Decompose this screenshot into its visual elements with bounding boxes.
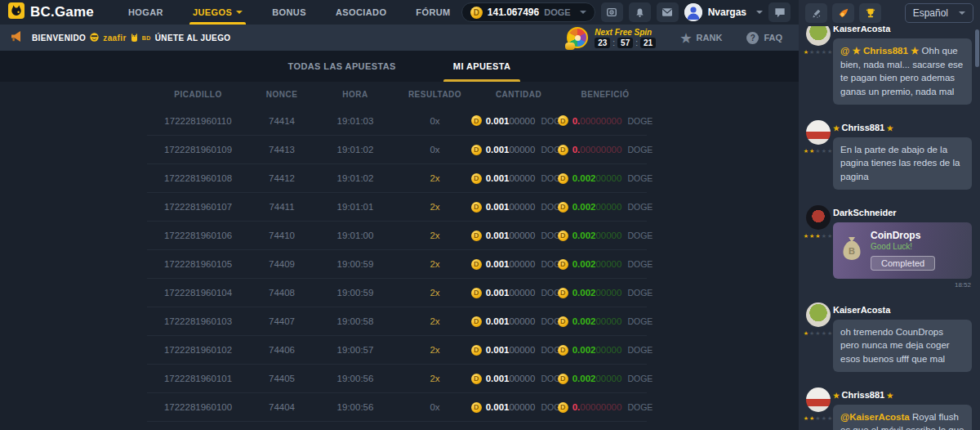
- chat-username[interactable]: KaiserAcosta: [833, 305, 972, 315]
- table-row[interactable]: 17222819601097441319:01:020xD0.00100000D…: [147, 135, 647, 163]
- bet-hash: 1722281960107: [147, 202, 249, 212]
- table-row[interactable]: 17222819601057440919:00:592xD0.00100000D…: [147, 249, 647, 278]
- table-row[interactable]: 17222819601047440819:00:592xD0.00100000D…: [147, 278, 647, 307]
- chat-username[interactable]: ★ Chriss881 ★: [833, 390, 972, 400]
- amount-value: 0.00200000: [572, 173, 622, 183]
- star-icon: ★: [815, 233, 821, 239]
- free-spin-widget[interactable]: Next Free Spin 23:57:21: [567, 27, 656, 48]
- language-selector[interactable]: Español: [905, 3, 973, 23]
- nav-item-bonus[interactable]: BONUS: [272, 0, 306, 25]
- chat-header: Español: [799, 0, 980, 26]
- bet-nonce: 74408: [249, 288, 314, 298]
- user-level-stars: ★★★★★: [804, 233, 833, 239]
- star-icon: ★: [804, 415, 809, 421]
- messages-button[interactable]: [657, 2, 679, 22]
- coindrops-card[interactable]: BCoinDropsGood Luck!Completed: [833, 222, 972, 279]
- trophy-button[interactable]: [859, 3, 881, 23]
- tab-mi-apuesta[interactable]: MI APUESTA: [443, 51, 521, 82]
- star-icon: ★: [822, 330, 827, 336]
- nav-item-asociado[interactable]: ASOCIADO: [336, 0, 386, 25]
- fireball-button[interactable]: [832, 3, 854, 23]
- chat-messages: ★★★★★KaiserAcosta@ ★ Chriss881 ★ Ohh que…: [799, 26, 980, 430]
- logo[interactable]: BC.Game: [8, 2, 94, 22]
- timer-digit: 57: [617, 38, 633, 48]
- doge-coin-icon: D: [558, 316, 568, 327]
- bet-profit: D0.00000000DOGE: [564, 145, 647, 155]
- main-content: TODAS LAS APUESTASMI APUESTA PICADILLONO…: [0, 51, 799, 430]
- chat-toggle-button[interactable]: [768, 2, 791, 22]
- avatar[interactable]: [806, 302, 831, 327]
- coindrops-subtitle: Good Luck!: [871, 242, 964, 251]
- table-row[interactable]: 17222819601027440619:00:572xD0.00100000D…: [147, 335, 647, 364]
- bet-profit: D0.00200000DOGE: [564, 374, 647, 384]
- table-row[interactable]: 17222819601087441219:01:022xD0.00100000D…: [147, 163, 647, 192]
- table-row[interactable]: 17222819601077441119:01:012xD0.00100000D…: [147, 192, 647, 221]
- currency-label: DOGE: [627, 288, 653, 298]
- chat-bubble: @ ★ Chriss881 ★ Ohh que bien, nada mal..…: [833, 38, 972, 105]
- star-icon: ★: [884, 392, 893, 400]
- bet-amount: D0.00100000DOGE: [474, 259, 564, 270]
- notifications-button[interactable]: [629, 2, 651, 22]
- amount-value: 0.00100000: [486, 145, 536, 155]
- amount-value: 0.00100000: [486, 173, 536, 183]
- nav-item-hogar[interactable]: HOGAR: [128, 0, 163, 25]
- bet-hash: 1722281960110: [147, 116, 249, 126]
- bet-hash: 1722281960103: [147, 316, 249, 326]
- username[interactable]: Nvargas: [708, 7, 746, 18]
- avatar[interactable]: [806, 120, 831, 145]
- bet-result: 2x: [396, 316, 474, 326]
- doge-coin-icon: D: [471, 202, 482, 213]
- chat-scrollbar[interactable]: [975, 29, 979, 67]
- chat-username[interactable]: KaiserAcosta: [833, 26, 972, 34]
- currency-label: DOGE: [627, 202, 653, 212]
- bet-hash: 1722281960109: [147, 145, 249, 155]
- avatar[interactable]: [806, 205, 831, 230]
- doge-coin-icon: D: [558, 288, 568, 298]
- user-avatar[interactable]: [684, 3, 702, 21]
- bet-time: 19:00:59: [314, 259, 396, 269]
- avatar[interactable]: [806, 26, 831, 46]
- page: BC.Game HOGARJUEGOSBONUSASOCIADOFÓRUM D …: [0, 0, 980, 430]
- mention-link[interactable]: @KaiserAcosta: [840, 412, 910, 422]
- chat-username[interactable]: ★ Chriss881 ★: [833, 123, 972, 132]
- free-spin-timer: 23:57:21: [595, 38, 656, 48]
- nav-item-fórum[interactable]: FÓRUM: [416, 0, 450, 25]
- amount-value: 0.00200000: [572, 288, 622, 298]
- banner-right: Next Free Spin 23:57:21 ★ RANK ? FAQ: [567, 27, 782, 48]
- coindrops-status-button[interactable]: Completed: [871, 256, 935, 271]
- brush-button[interactable]: [805, 3, 827, 23]
- currency-label: DOGE: [627, 259, 653, 269]
- column-header: RESULTADO: [396, 90, 474, 99]
- user-level-stars: ★★★★★: [804, 49, 833, 55]
- balance-selector[interactable]: D 141.067496 DOGE: [461, 2, 595, 22]
- nav-item-juegos[interactable]: JUEGOS: [193, 0, 243, 25]
- faq-button[interactable]: ? FAQ: [746, 32, 782, 44]
- table-row[interactable]: 17222819601067441019:01:002xD0.00100000D…: [147, 221, 647, 249]
- star-icon: ★: [822, 415, 827, 421]
- amount-value: 0.00200000: [572, 316, 622, 326]
- user-avatar-image: [684, 3, 702, 21]
- welcome-message: BIENVENIDO zaafir BD ÚNETE AL JUEGO: [32, 33, 231, 43]
- bet-nonce: 74413: [249, 145, 314, 155]
- rank-button[interactable]: ★ RANK: [680, 32, 722, 44]
- table-row[interactable]: 17222819601017440519:00:562xD0.00100000D…: [147, 364, 647, 392]
- table-row[interactable]: 17222819601107441419:01:030xD0.00100000D…: [147, 106, 647, 135]
- vault-button[interactable]: [601, 2, 623, 22]
- bet-nonce: 74406: [249, 345, 314, 355]
- chat-message: ★★★★★KaiserAcostaoh tremendo CounDrops p…: [804, 302, 972, 377]
- tab-todas-las-apuestas[interactable]: TODAS LAS APUESTAS: [278, 51, 406, 82]
- avatar-column: ★★★★★: [804, 387, 833, 430]
- amount-value: 0.00100000: [486, 402, 536, 412]
- bet-profit: D0.00200000DOGE: [564, 202, 647, 213]
- table-row[interactable]: 17222819601037440719:00:582xD0.00100000D…: [147, 307, 647, 335]
- star-icon: ★: [833, 124, 842, 132]
- avatar[interactable]: [806, 387, 831, 412]
- chevron-down-icon[interactable]: [756, 11, 763, 14]
- welcome-username[interactable]: zaafir: [103, 34, 127, 43]
- table-row[interactable]: 17222819601007440419:00:560xD0.00100000D…: [147, 392, 647, 421]
- doge-coin-icon: D: [471, 374, 482, 384]
- chat-username[interactable]: DarkSchneider: [833, 208, 972, 217]
- bet-amount: D0.00100000DOGE: [474, 316, 564, 327]
- mention-link[interactable]: @ ★ Chriss881 ★: [840, 46, 919, 56]
- bet-amount: D0.00100000DOGE: [474, 202, 564, 213]
